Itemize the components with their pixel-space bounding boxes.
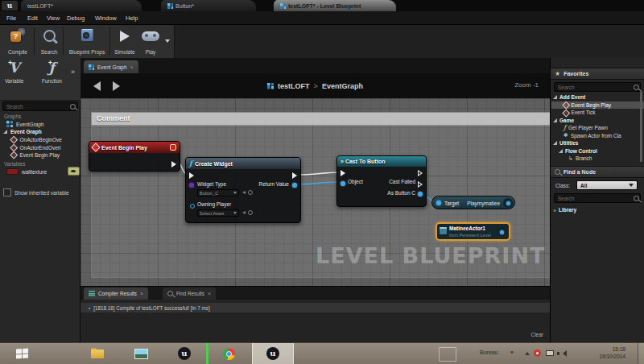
variable-row-walltexture[interactable]: walltexture bbox=[6, 168, 47, 175]
menu-edit[interactable]: Edit bbox=[27, 14, 38, 22]
exec-out-pin[interactable] bbox=[292, 172, 297, 179]
favorites-scrollbar[interactable] bbox=[640, 91, 642, 162]
find-node-search-input[interactable] bbox=[554, 193, 641, 203]
menu-window[interactable]: Window bbox=[95, 14, 117, 22]
exec-out-pin[interactable] bbox=[171, 161, 176, 168]
favorites-item-spawn-actor[interactable]: ✱ Spawn Actor from Cla bbox=[564, 132, 644, 140]
taskbar-unreal-launcher[interactable]: u bbox=[164, 343, 204, 364]
as-button-pin[interactable] bbox=[418, 192, 423, 196]
blueprint-props-button[interactable]: Blueprint Props bbox=[64, 27, 109, 56]
tray-button[interactable] bbox=[439, 347, 456, 362]
tab-find-results[interactable]: Find Results × bbox=[163, 287, 216, 300]
network-icon[interactable] bbox=[546, 350, 554, 356]
play-button[interactable]: Play bbox=[138, 27, 163, 56]
return-value-pin[interactable] bbox=[292, 183, 297, 188]
matinee-icon bbox=[440, 227, 447, 234]
search-button[interactable]: Search bbox=[35, 27, 63, 56]
favorites-category-flow-control[interactable]: Flow Control bbox=[559, 147, 644, 155]
breadcrumb-current[interactable]: EventGraph bbox=[322, 82, 363, 90]
caret-icon bbox=[629, 184, 634, 187]
exec-in-pin[interactable] bbox=[189, 172, 194, 179]
owning-player-dropdown[interactable]: Select Asset bbox=[197, 209, 239, 217]
tab-event-graph[interactable]: Event Graph × bbox=[84, 60, 138, 73]
node-event-begin-play[interactable]: Event Begin Play bbox=[89, 141, 180, 172]
exec-in-pin[interactable] bbox=[341, 170, 345, 176]
tab-compiler-results[interactable]: Compiler Results × bbox=[84, 287, 148, 300]
menu-debug[interactable]: Debug bbox=[67, 14, 85, 22]
exec-out-pin[interactable] bbox=[418, 170, 423, 176]
favorites-category-game[interactable]: Game bbox=[553, 117, 642, 125]
widget-type-dropdown[interactable]: Button_C bbox=[197, 189, 239, 196]
volume-icon[interactable] bbox=[563, 350, 567, 357]
favorites-search-input[interactable] bbox=[554, 82, 641, 92]
close-icon[interactable]: × bbox=[208, 291, 211, 296]
node-play-matinee[interactable]: Target Playmymatiee bbox=[431, 196, 515, 209]
add-variable-button[interactable]: +V Variable bbox=[5, 61, 23, 84]
class-label: Class: bbox=[555, 183, 570, 188]
favorites-category-add-event[interactable]: Add Event bbox=[553, 93, 642, 101]
taskbar-image-viewer[interactable] bbox=[121, 343, 161, 364]
library-group[interactable]: ▹ Library bbox=[554, 206, 643, 214]
close-icon[interactable]: × bbox=[130, 64, 134, 70]
event-graph-canvas[interactable]: Comment LEVEL BLUEPRINT Event Begin Play… bbox=[80, 98, 550, 286]
bureau-toolbar-label[interactable]: Bureau bbox=[480, 350, 498, 355]
node-cast-to-button[interactable]: » Cast To Button Object Cast Failed As B… bbox=[336, 155, 427, 207]
window-tab-bar: u testLOFT* Button* testLOFT* - Level Bl… bbox=[0, 0, 644, 11]
compiler-message-row[interactable]: • [1818.16] Compile of testLOFT successf… bbox=[80, 303, 550, 312]
widget-type-pin[interactable] bbox=[189, 183, 194, 188]
tray-notification-icon[interactable] bbox=[534, 350, 541, 357]
output-pin[interactable] bbox=[506, 201, 510, 205]
play-options-caret-icon[interactable] bbox=[165, 39, 170, 43]
node-create-widget[interactable]: ƒ Create Widget Widget Type Button_C Ret… bbox=[185, 157, 301, 223]
sidebar-item-onactorbeginove[interactable]: OnActorBeginOve bbox=[11, 137, 62, 143]
unreal-logo-icon[interactable]: u bbox=[2, 1, 18, 10]
window-tab-button[interactable]: Button* bbox=[161, 0, 256, 11]
compile-button[interactable]: ? Compile bbox=[2, 27, 34, 56]
window-tab-level-blueprint[interactable]: testLOFT* - Level Blueprint bbox=[274, 0, 396, 11]
use-selected-icon[interactable] bbox=[242, 211, 246, 214]
taskbar-clock[interactable]: 15:18 19/10/2014 bbox=[574, 345, 625, 360]
favorites-item-get-player-pawn[interactable]: ƒ Get Player Pawn bbox=[564, 124, 644, 132]
browse-asset-icon[interactable] bbox=[248, 210, 253, 215]
taskbar-file-explorer[interactable] bbox=[77, 343, 118, 364]
output-pin[interactable] bbox=[500, 230, 504, 234]
owning-player-pin[interactable] bbox=[190, 204, 195, 209]
target-pin[interactable] bbox=[436, 201, 441, 205]
cast-failed-pin[interactable] bbox=[418, 181, 423, 188]
favorites-item-branch[interactable]: ↳ Branch bbox=[568, 155, 644, 163]
start-button[interactable] bbox=[0, 343, 43, 364]
my-blueprint-search-input[interactable] bbox=[2, 101, 78, 111]
favorites-item-event-begin-play[interactable]: Event Begin Play bbox=[551, 101, 644, 110]
sidebar-item-onactorendoverl[interactable]: OnActorEndOverl bbox=[11, 145, 60, 151]
show-desktop-button[interactable] bbox=[638, 343, 644, 364]
window-tab-testloft[interactable]: testLOFT* bbox=[21, 0, 142, 11]
tray-expand-icon[interactable] bbox=[525, 352, 530, 355]
favorites-category-utilities[interactable]: Utilities bbox=[553, 139, 642, 147]
use-selected-icon[interactable] bbox=[242, 191, 246, 194]
expand-panel-icon[interactable]: » bbox=[71, 68, 75, 76]
menu-view[interactable]: View bbox=[47, 14, 60, 22]
taskbar-unreal-editor-active[interactable]: u bbox=[252, 343, 294, 364]
add-function-button[interactable]: +ƒ Function bbox=[42, 61, 62, 84]
object-pin[interactable] bbox=[341, 181, 345, 186]
variable-visibility-eye-icon[interactable] bbox=[68, 167, 80, 176]
breadcrumb-root[interactable]: testLOFT bbox=[278, 82, 310, 90]
image-icon bbox=[134, 349, 148, 359]
event-graph-group[interactable]: Event Graph bbox=[3, 129, 42, 134]
browse-asset-icon[interactable] bbox=[248, 190, 253, 195]
menu-help[interactable]: Help bbox=[126, 14, 138, 22]
show-inherited-checkbox[interactable] bbox=[3, 188, 11, 196]
clear-button[interactable]: Clear bbox=[530, 332, 543, 337]
close-icon[interactable]: × bbox=[140, 291, 143, 296]
node-matinee-actor1[interactable]: MatineeActor1 from Persistent Level bbox=[436, 222, 510, 241]
simulate-button[interactable]: Simulate bbox=[111, 27, 138, 56]
class-dropdown[interactable]: All bbox=[576, 180, 638, 190]
sidebar-item-event-begin-play[interactable]: Event Begin Play bbox=[11, 152, 60, 158]
taskbar-chrome[interactable] bbox=[208, 343, 249, 364]
toolbar-overflow-icon[interactable]: » bbox=[510, 350, 514, 355]
sidebar-item-eventgraph[interactable]: EventGraph bbox=[6, 121, 44, 127]
show-inherited-row: Show inherited variable bbox=[3, 188, 69, 196]
menu-file[interactable]: File bbox=[6, 14, 16, 22]
favorites-item-event-tick[interactable]: Event Tick bbox=[564, 109, 644, 117]
windows-logo-icon bbox=[16, 348, 28, 358]
